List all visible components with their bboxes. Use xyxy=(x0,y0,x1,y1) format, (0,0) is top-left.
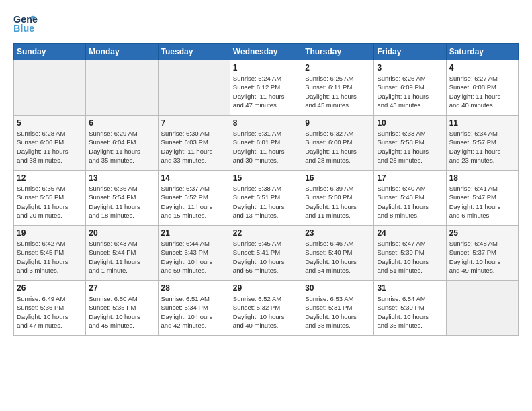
day-cell: 21Sunrise: 6:44 AM Sunset: 5:43 PM Dayli… xyxy=(158,226,230,281)
day-number: 21 xyxy=(161,228,227,238)
day-cell: 18Sunrise: 6:41 AM Sunset: 5:47 PM Dayli… xyxy=(446,171,518,226)
page: General Blue SundayMondayTuesdayWednesda… xyxy=(0,0,532,411)
day-cell: 10Sunrise: 6:33 AM Sunset: 5:58 PM Dayli… xyxy=(374,116,446,171)
day-info: Sunrise: 6:24 AM Sunset: 6:12 PM Dayligh… xyxy=(233,74,299,109)
day-number: 19 xyxy=(17,228,83,238)
day-info: Sunrise: 6:44 AM Sunset: 5:43 PM Dayligh… xyxy=(161,239,227,275)
day-cell: 28Sunrise: 6:51 AM Sunset: 5:34 PM Dayli… xyxy=(158,281,230,336)
day-cell: 30Sunrise: 6:53 AM Sunset: 5:31 PM Dayli… xyxy=(302,281,374,336)
day-number: 11 xyxy=(449,118,515,128)
day-info: Sunrise: 6:38 AM Sunset: 5:51 PM Dayligh… xyxy=(233,184,299,220)
day-cell: 2Sunrise: 6:25 AM Sunset: 6:11 PM Daylig… xyxy=(302,60,374,116)
day-cell: 24Sunrise: 6:47 AM Sunset: 5:39 PM Dayli… xyxy=(374,226,446,281)
day-info: Sunrise: 6:50 AM Sunset: 5:35 PM Dayligh… xyxy=(89,294,154,330)
day-cell: 19Sunrise: 6:42 AM Sunset: 5:45 PM Dayli… xyxy=(14,226,86,281)
day-number: 15 xyxy=(233,173,299,183)
day-info: Sunrise: 6:45 AM Sunset: 5:41 PM Dayligh… xyxy=(233,239,299,275)
weekday-header-sunday: Sunday xyxy=(14,44,86,60)
logo-icon: General Blue xyxy=(13,12,38,36)
day-cell: 27Sunrise: 6:50 AM Sunset: 5:35 PM Dayli… xyxy=(86,281,158,336)
day-cell: 9Sunrise: 6:32 AM Sunset: 6:00 PM Daylig… xyxy=(302,116,374,171)
day-info: Sunrise: 6:41 AM Sunset: 5:47 PM Dayligh… xyxy=(449,184,515,220)
logo: General Blue xyxy=(13,12,38,36)
day-number: 16 xyxy=(305,173,371,183)
day-number: 26 xyxy=(17,283,83,293)
day-info: Sunrise: 6:30 AM Sunset: 6:03 PM Dayligh… xyxy=(161,129,227,165)
day-cell: 15Sunrise: 6:38 AM Sunset: 5:51 PM Dayli… xyxy=(230,171,302,226)
day-cell xyxy=(158,60,230,116)
day-info: Sunrise: 6:25 AM Sunset: 6:11 PM Dayligh… xyxy=(305,74,371,109)
day-number: 28 xyxy=(161,283,227,293)
day-cell: 8Sunrise: 6:31 AM Sunset: 6:01 PM Daylig… xyxy=(230,116,302,171)
day-number: 1 xyxy=(233,63,299,73)
day-number: 8 xyxy=(233,118,299,128)
day-cell: 20Sunrise: 6:43 AM Sunset: 5:44 PM Dayli… xyxy=(86,226,158,281)
day-info: Sunrise: 6:40 AM Sunset: 5:48 PM Dayligh… xyxy=(377,184,443,220)
day-cell: 25Sunrise: 6:48 AM Sunset: 5:37 PM Dayli… xyxy=(446,226,518,281)
day-number: 25 xyxy=(449,228,515,238)
day-info: Sunrise: 6:42 AM Sunset: 5:45 PM Dayligh… xyxy=(17,239,83,275)
day-number: 2 xyxy=(305,63,371,73)
day-info: Sunrise: 6:31 AM Sunset: 6:01 PM Dayligh… xyxy=(233,129,299,165)
day-cell: 13Sunrise: 6:36 AM Sunset: 5:54 PM Dayli… xyxy=(86,171,158,226)
day-number: 12 xyxy=(17,173,83,183)
day-info: Sunrise: 6:46 AM Sunset: 5:40 PM Dayligh… xyxy=(305,239,371,275)
day-number: 3 xyxy=(377,63,443,73)
day-info: Sunrise: 6:32 AM Sunset: 6:00 PM Dayligh… xyxy=(305,129,371,165)
day-info: Sunrise: 6:28 AM Sunset: 6:06 PM Dayligh… xyxy=(17,129,83,165)
day-info: Sunrise: 6:52 AM Sunset: 5:32 PM Dayligh… xyxy=(233,294,299,330)
day-info: Sunrise: 6:48 AM Sunset: 5:37 PM Dayligh… xyxy=(449,239,515,275)
weekday-header-row: SundayMondayTuesdayWednesdayThursdayFrid… xyxy=(14,44,519,60)
day-cell: 12Sunrise: 6:35 AM Sunset: 5:55 PM Dayli… xyxy=(14,171,86,226)
weekday-header-friday: Friday xyxy=(374,44,446,60)
week-row-5: 26Sunrise: 6:49 AM Sunset: 5:36 PM Dayli… xyxy=(14,281,519,336)
day-cell: 6Sunrise: 6:29 AM Sunset: 6:04 PM Daylig… xyxy=(86,116,158,171)
day-number: 4 xyxy=(449,63,515,73)
day-info: Sunrise: 6:39 AM Sunset: 5:50 PM Dayligh… xyxy=(305,184,371,220)
day-cell xyxy=(14,60,86,116)
day-number: 29 xyxy=(233,283,299,293)
day-info: Sunrise: 6:34 AM Sunset: 5:57 PM Dayligh… xyxy=(449,129,515,165)
day-info: Sunrise: 6:33 AM Sunset: 5:58 PM Dayligh… xyxy=(377,129,443,165)
weekday-header-tuesday: Tuesday xyxy=(158,44,230,60)
day-info: Sunrise: 6:29 AM Sunset: 6:04 PM Dayligh… xyxy=(89,129,154,165)
day-cell: 22Sunrise: 6:45 AM Sunset: 5:41 PM Dayli… xyxy=(230,226,302,281)
day-cell xyxy=(86,60,158,116)
day-number: 14 xyxy=(161,173,227,183)
day-number: 18 xyxy=(449,173,515,183)
day-cell: 16Sunrise: 6:39 AM Sunset: 5:50 PM Dayli… xyxy=(302,171,374,226)
day-info: Sunrise: 6:27 AM Sunset: 6:08 PM Dayligh… xyxy=(449,74,515,109)
day-number: 31 xyxy=(377,283,443,293)
week-row-2: 5Sunrise: 6:28 AM Sunset: 6:06 PM Daylig… xyxy=(14,116,519,171)
svg-text:Blue: Blue xyxy=(13,23,34,34)
weekday-header-saturday: Saturday xyxy=(446,44,518,60)
day-cell: 1Sunrise: 6:24 AM Sunset: 6:12 PM Daylig… xyxy=(230,60,302,116)
day-info: Sunrise: 6:53 AM Sunset: 5:31 PM Dayligh… xyxy=(305,294,371,330)
day-number: 5 xyxy=(17,118,83,128)
day-info: Sunrise: 6:43 AM Sunset: 5:44 PM Dayligh… xyxy=(89,239,154,275)
day-cell: 17Sunrise: 6:40 AM Sunset: 5:48 PM Dayli… xyxy=(374,171,446,226)
week-row-3: 12Sunrise: 6:35 AM Sunset: 5:55 PM Dayli… xyxy=(14,171,519,226)
weekday-header-wednesday: Wednesday xyxy=(230,44,302,60)
day-info: Sunrise: 6:37 AM Sunset: 5:52 PM Dayligh… xyxy=(161,184,227,220)
day-info: Sunrise: 6:54 AM Sunset: 5:30 PM Dayligh… xyxy=(377,294,443,330)
day-info: Sunrise: 6:51 AM Sunset: 5:34 PM Dayligh… xyxy=(161,294,227,330)
day-number: 7 xyxy=(161,118,227,128)
day-cell: 26Sunrise: 6:49 AM Sunset: 5:36 PM Dayli… xyxy=(14,281,86,336)
day-cell: 31Sunrise: 6:54 AM Sunset: 5:30 PM Dayli… xyxy=(374,281,446,336)
calendar: SundayMondayTuesdayWednesdayThursdayFrid… xyxy=(13,43,519,336)
day-cell: 5Sunrise: 6:28 AM Sunset: 6:06 PM Daylig… xyxy=(14,116,86,171)
week-row-4: 19Sunrise: 6:42 AM Sunset: 5:45 PM Dayli… xyxy=(14,226,519,281)
day-info: Sunrise: 6:35 AM Sunset: 5:55 PM Dayligh… xyxy=(17,184,83,220)
day-number: 30 xyxy=(305,283,371,293)
day-info: Sunrise: 6:26 AM Sunset: 6:09 PM Dayligh… xyxy=(377,74,443,109)
day-cell xyxy=(446,281,518,336)
day-number: 27 xyxy=(89,283,154,293)
day-cell: 4Sunrise: 6:27 AM Sunset: 6:08 PM Daylig… xyxy=(446,60,518,116)
day-cell: 3Sunrise: 6:26 AM Sunset: 6:09 PM Daylig… xyxy=(374,60,446,116)
day-cell: 7Sunrise: 6:30 AM Sunset: 6:03 PM Daylig… xyxy=(158,116,230,171)
day-number: 20 xyxy=(89,228,154,238)
day-info: Sunrise: 6:36 AM Sunset: 5:54 PM Dayligh… xyxy=(89,184,154,220)
day-number: 23 xyxy=(305,228,371,238)
day-number: 13 xyxy=(89,173,154,183)
